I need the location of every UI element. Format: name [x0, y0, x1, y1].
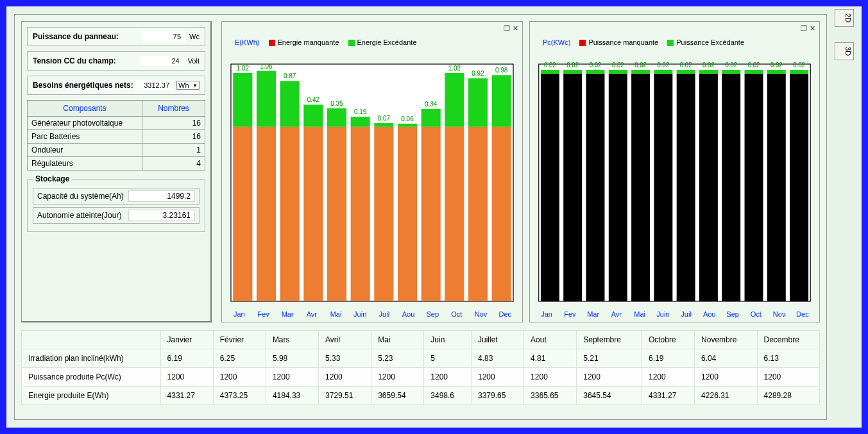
svg-rect-17: [351, 117, 370, 127]
svg-rect-59: [699, 74, 718, 301]
svg-rect-60: [699, 70, 718, 74]
svg-rect-51: [631, 70, 650, 74]
svg-text:0.34: 0.34: [425, 101, 438, 108]
data-cell: 5.21: [577, 349, 642, 368]
month-col-header: Avril: [319, 331, 371, 349]
svg-rect-1: [233, 127, 252, 301]
svg-rect-32: [468, 78, 488, 127]
svg-rect-44: [586, 74, 605, 301]
svg-text:1.02: 1.02: [448, 65, 461, 72]
month-col-header: Février: [213, 331, 266, 349]
month-label: Avr: [300, 310, 324, 318]
svg-text:0.07: 0.07: [378, 115, 391, 122]
chart2-legend-excess: Puissance Excédante: [667, 38, 744, 46]
data-cell: 4289.28: [757, 387, 819, 405]
panel-power-label: Puissance du panneau:: [33, 32, 129, 41]
table-row: Régulateurs 4: [28, 157, 205, 171]
data-cell: 1200: [424, 368, 472, 387]
table-row: Générateur photovoltaique 16: [28, 117, 205, 130]
data-cell: 5.33: [319, 349, 371, 368]
month-label: Nov: [768, 310, 791, 318]
restore-icon[interactable]: ❐: [801, 24, 807, 33]
svg-rect-41: [563, 74, 582, 301]
energy-need-unit-select[interactable]: Wh ▼: [176, 81, 200, 90]
svg-rect-45: [586, 70, 605, 74]
svg-text:0.92: 0.92: [472, 70, 484, 77]
month-label: Juil: [675, 310, 698, 318]
svg-rect-20: [374, 123, 393, 127]
month-label: Jan: [535, 310, 558, 318]
data-cell: 5.23: [371, 349, 424, 368]
svg-rect-7: [280, 127, 300, 301]
svg-rect-69: [767, 70, 786, 74]
restore-icon[interactable]: ❐: [504, 24, 510, 33]
power-chart-panel: ❐ ✕ Pc(KWc) Puissance manquante Puissanc…: [529, 21, 820, 322]
dc-voltage-row: Tension CC du champ: 24 Volt: [27, 51, 205, 71]
svg-text:0.02: 0.02: [634, 62, 647, 69]
month-col-header: Septembre: [577, 331, 642, 349]
capacity-value[interactable]: 1499.2: [128, 190, 195, 202]
tab-2d[interactable]: 2D: [835, 9, 854, 27]
svg-text:0.19: 0.19: [354, 108, 367, 115]
close-icon[interactable]: ✕: [513, 24, 518, 33]
month-col-header: Mars: [266, 331, 318, 349]
panel-power-value[interactable]: 75: [141, 31, 185, 42]
energy-need-value[interactable]: 3312.37: [135, 80, 174, 90]
svg-rect-8: [280, 81, 300, 127]
svg-text:0.02: 0.02: [680, 62, 692, 69]
month-label: Sep: [420, 310, 445, 318]
svg-rect-63: [722, 70, 740, 74]
table-row: Irradiation plan incliné(kWh)6.196.255.9…: [22, 349, 820, 368]
month-label: Aou: [396, 310, 421, 318]
monthly-data-table-panel: JanvierFévrierMarsAvrilMaiJuinJuilletAou…: [21, 330, 820, 412]
dc-voltage-unit: Volt: [188, 57, 200, 65]
component-count: 16: [142, 117, 205, 130]
svg-rect-25: [421, 127, 441, 301]
row-header: Energie produite E(Wh): [22, 387, 161, 405]
svg-text:0.02: 0.02: [590, 62, 602, 69]
component-name: Générateur photovoltaique: [28, 117, 142, 130]
month-col-header: Aout: [524, 331, 577, 349]
component-name: Onduleur: [28, 144, 142, 157]
svg-rect-65: [745, 74, 763, 301]
energy-need-row: Besoins énergétiques nets: 3312.37 Wh ▼: [27, 76, 205, 95]
main-panel: Puissance du panneau: 75 Wc Tension CC d…: [14, 14, 827, 420]
dc-voltage-value[interactable]: 24: [140, 56, 184, 66]
svg-rect-23: [398, 124, 417, 127]
data-cell: 5.98: [266, 349, 318, 368]
svg-text:0.42: 0.42: [307, 96, 320, 103]
svg-rect-56: [677, 74, 695, 301]
svg-rect-5: [257, 71, 276, 127]
month-label: Oct: [445, 310, 469, 318]
data-cell: 6.04: [695, 349, 757, 368]
data-cell: 1200: [471, 368, 523, 387]
row-header: Puissance produite Pc(Wc): [22, 368, 161, 387]
month-label: Avr: [605, 310, 628, 318]
svg-rect-13: [327, 127, 346, 301]
data-cell: 3498.6: [424, 387, 472, 405]
data-cell: 1200: [642, 368, 694, 387]
table-row: Energie produite E(Wh)4331.274373.254184…: [22, 387, 820, 405]
svg-rect-53: [654, 74, 672, 301]
component-count: 1: [142, 144, 205, 157]
month-label: Jan: [227, 310, 251, 318]
tab-3d[interactable]: 3D: [835, 42, 854, 60]
month-label: Oct: [744, 310, 767, 318]
data-cell: 5: [424, 349, 472, 368]
close-icon[interactable]: ✕: [810, 24, 815, 33]
data-cell: 3645.54: [577, 387, 642, 405]
svg-text:0.02: 0.02: [566, 62, 579, 69]
autonomy-value[interactable]: 3.23161: [128, 210, 195, 221]
month-label: Fev: [558, 310, 581, 318]
data-cell: 1200: [524, 368, 577, 387]
svg-rect-54: [654, 70, 672, 74]
data-cell: 1200: [695, 368, 757, 387]
month-col-header: Juillet: [471, 331, 523, 349]
data-cell: 3379.65: [471, 387, 523, 405]
autonomy-label: Autonomie atteinte(Jour): [37, 211, 128, 220]
data-cell: 3729.51: [319, 387, 371, 405]
svg-rect-19: [374, 127, 393, 301]
data-cell: 6.25: [213, 349, 266, 368]
month-label: Dec: [493, 310, 517, 318]
data-cell: 3365.65: [524, 387, 577, 405]
